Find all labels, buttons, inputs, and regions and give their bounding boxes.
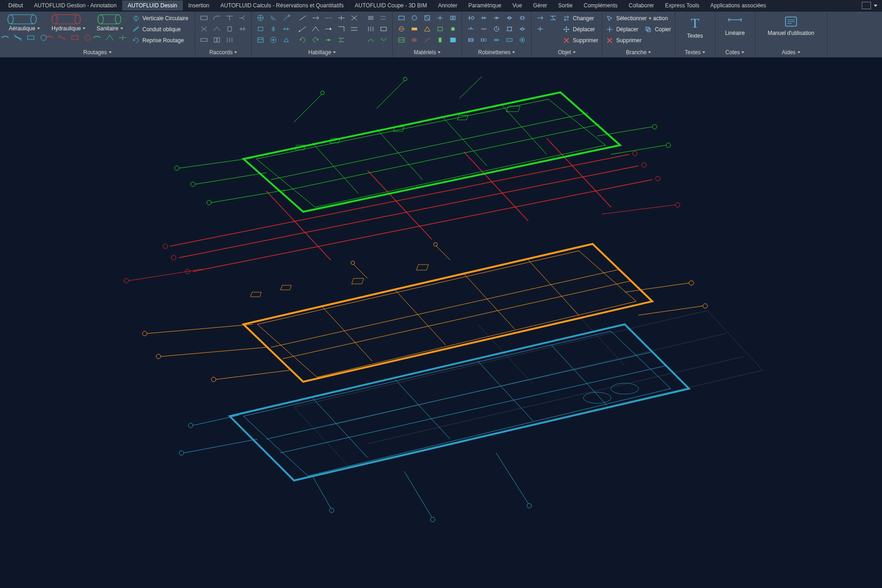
tab-express-tools[interactable]: Express Tools — [660, 0, 705, 11]
robinet-tool-8[interactable] — [492, 24, 502, 34]
robinet-tool-1[interactable] — [466, 13, 476, 23]
robinet-tool-3[interactable] — [492, 13, 502, 23]
tab-vue[interactable]: Vue — [507, 0, 528, 11]
line-tool-11[interactable] — [323, 35, 334, 45]
hyd-variant-3-icon[interactable] — [70, 34, 80, 42]
raccord-tool-1[interactable] — [199, 13, 209, 23]
robinet-tool-4[interactable] — [504, 13, 514, 23]
tab-gerer[interactable]: Gérer — [527, 0, 553, 11]
raccord-tool-6[interactable] — [212, 24, 222, 34]
raccord-tool-3[interactable] — [225, 13, 235, 23]
hatch-tool-6[interactable] — [379, 35, 389, 45]
tab-parametrique[interactable]: Paramétrique — [463, 0, 507, 11]
conduit-oblique-button[interactable]: Conduit oblique — [132, 24, 191, 34]
sanitaire-button[interactable]: Sanitaire — [92, 13, 128, 42]
robinet-tool-10[interactable] — [517, 24, 527, 34]
line-tool-5[interactable] — [349, 13, 359, 23]
robinet-tool-15[interactable] — [517, 35, 527, 45]
objet-icon-3[interactable] — [535, 24, 545, 34]
materiel-tool-1[interactable] — [396, 13, 407, 23]
materiel-tool-6[interactable] — [396, 24, 407, 34]
line-tool-12[interactable] — [336, 35, 346, 45]
ribbon-minimize-icon[interactable] — [862, 2, 871, 9]
line-tool-6[interactable] — [298, 24, 308, 34]
hyd-variant-1-icon[interactable] — [44, 34, 54, 42]
habillage-tool-6[interactable] — [281, 24, 291, 34]
materiel-tool-2[interactable] — [409, 13, 419, 23]
habillage-tool-5[interactable] — [268, 24, 278, 34]
habillage-globe-icon[interactable] — [255, 13, 266, 23]
line-tool-8[interactable] — [323, 24, 334, 34]
materiel-tool-15[interactable] — [448, 35, 458, 45]
line-tool-4[interactable] — [336, 13, 346, 23]
aeraulique-button[interactable]: Aéraulique — [4, 13, 45, 42]
materiel-tool-3[interactable] — [422, 13, 432, 23]
hatch-tool-5[interactable] — [366, 35, 376, 45]
robinet-tool-7[interactable] — [479, 24, 489, 34]
tab-autofluid-coupe[interactable]: AUTOFLUID Coupe - 3D BIM — [349, 0, 432, 11]
line-tool-10[interactable] — [349, 24, 359, 34]
refresh-tool-1[interactable] — [298, 35, 308, 45]
objet-icon-4[interactable] — [548, 24, 558, 34]
textes-button[interactable]: T Textes — [679, 13, 711, 39]
raccord-tool-5[interactable] — [199, 24, 209, 34]
habillage-tool-4[interactable] — [255, 24, 266, 34]
materiel-tool-9[interactable] — [435, 24, 445, 34]
tab-collaborer[interactable]: Collaborer — [623, 0, 660, 11]
materiel-tool-4[interactable] — [435, 13, 445, 23]
tab-insertion[interactable]: Insertion — [183, 0, 215, 11]
materiel-tool-14[interactable] — [435, 35, 445, 45]
hatch-tool-4[interactable] — [379, 24, 389, 34]
objet-icon-1[interactable] — [535, 13, 545, 23]
robinet-tool-9[interactable] — [504, 24, 514, 34]
line-tool-13[interactable] — [349, 35, 359, 45]
tab-debut[interactable]: Début — [3, 0, 28, 11]
habillage-tool-2[interactable] — [268, 13, 278, 23]
aer-variant-3-icon[interactable] — [26, 34, 36, 42]
objet-changer-button[interactable]: Changer — [563, 13, 598, 23]
robinet-tool-12[interactable] — [479, 35, 489, 45]
materiel-tool-10[interactable] — [448, 24, 458, 34]
tab-apps-associees[interactable]: Applications associées — [705, 0, 771, 11]
san-variant-2-icon[interactable] — [105, 34, 115, 42]
objet-deplacer-button[interactable]: Déplacer — [563, 24, 598, 34]
line-tool-2[interactable] — [311, 13, 321, 23]
branche-copier-button[interactable]: Copier — [645, 26, 671, 33]
raccord-tool-10[interactable] — [212, 35, 222, 45]
robinet-tool-13[interactable] — [492, 35, 502, 45]
branche-supprimer-button[interactable]: Supprimer — [606, 35, 671, 45]
materiel-tool-12[interactable] — [409, 35, 419, 45]
hyd-variant-2-icon[interactable] — [57, 34, 67, 42]
hatch-tool-2[interactable] — [379, 13, 389, 23]
materiel-tool-7[interactable] — [409, 24, 419, 34]
materiel-tool-5[interactable] — [448, 13, 458, 23]
hatch-tool-3[interactable] — [366, 24, 376, 34]
hatch-tool-1[interactable] — [366, 13, 376, 23]
habillage-tool-7[interactable] — [255, 35, 266, 45]
robinet-tool-11[interactable] — [466, 35, 476, 45]
drawing-viewport[interactable] — [0, 58, 882, 588]
aer-variant-1-icon[interactable] — [0, 34, 10, 42]
raccord-tool-2[interactable] — [212, 13, 222, 23]
line-tool-3[interactable] — [323, 13, 334, 23]
branche-deplacer-button[interactable]: Déplacer — [606, 26, 638, 33]
raccord-tool-4[interactable] — [237, 13, 248, 23]
ribbon-options-dropdown-icon[interactable] — [874, 5, 877, 7]
habillage-tool-8[interactable] — [268, 35, 278, 45]
raccord-tool-12[interactable] — [237, 35, 248, 45]
vert-circulaire-button[interactable]: Verticale Circulaire — [132, 13, 191, 23]
robinet-tool-5[interactable] — [517, 13, 527, 23]
manuel-button[interactable]: Manuel d'utilisation — [759, 13, 823, 36]
tab-sortie[interactable]: Sortie — [553, 0, 578, 11]
robinet-tool-2[interactable] — [479, 13, 489, 23]
habillage-tool-9[interactable] — [281, 35, 291, 45]
tab-annoter[interactable]: Annoter — [432, 0, 463, 11]
line-tool-9[interactable] — [336, 24, 346, 34]
habillage-tool-3[interactable] — [281, 13, 291, 23]
raccord-tool-8[interactable] — [237, 24, 248, 34]
aer-variant-2-icon[interactable] — [13, 34, 23, 42]
refresh-tool-2[interactable] — [311, 35, 321, 45]
materiel-tool-8[interactable] — [422, 24, 432, 34]
reprise-routage-button[interactable]: Reprise Routage — [132, 35, 191, 45]
raccord-tool-7[interactable] — [225, 24, 235, 34]
